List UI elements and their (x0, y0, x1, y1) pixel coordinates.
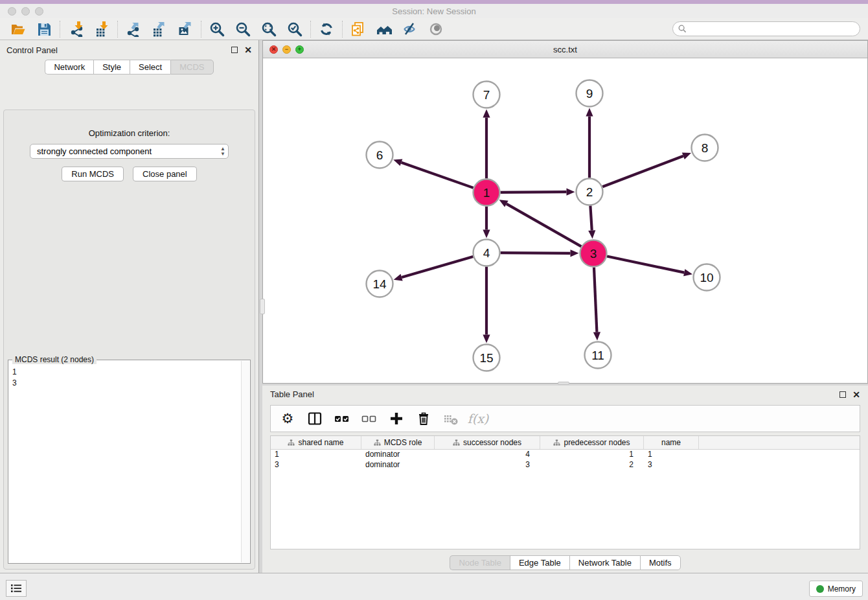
import-network-button[interactable] (63, 19, 89, 39)
column-header-MCDS-role[interactable]: MCDS role (361, 436, 435, 449)
toolbar-separator (342, 21, 343, 38)
memory-button[interactable]: Memory (809, 581, 863, 597)
zoom-fit-button[interactable] (256, 19, 282, 39)
tab-network-table[interactable]: Network Table (569, 555, 640, 570)
apply-layout-button[interactable] (314, 19, 339, 39)
select-all-button[interactable] (330, 408, 354, 430)
tab-mcds[interactable]: MCDS (170, 60, 213, 75)
cell-predecessor-nodes: 2 (540, 460, 644, 470)
column-header-shared-name[interactable]: shared name (271, 436, 361, 449)
control-panel-tabs: NetworkStyleSelectMCDS (0, 60, 258, 75)
arrowhead-2-3 (588, 230, 595, 238)
search-icon (678, 25, 687, 33)
edge-2-8[interactable] (602, 156, 683, 187)
mcds-result-item: 3 (12, 378, 241, 389)
table-delete-icon (443, 411, 459, 426)
edge-1-2[interactable] (500, 192, 566, 192)
network-zoom-button[interactable]: + (295, 45, 304, 54)
cell-successor-nodes: 4 (435, 450, 540, 460)
edge-3-11[interactable] (594, 267, 597, 332)
memory-status-icon (816, 585, 824, 593)
result-scrollbar[interactable] (241, 361, 249, 562)
zoom-selected-icon (287, 21, 303, 37)
float-table-panel-icon[interactable] (839, 391, 846, 398)
node-label-11: 11 (591, 349, 604, 362)
attribute-type-icon (553, 439, 560, 446)
save-icon (36, 21, 52, 37)
column-header-name[interactable]: name (644, 436, 699, 449)
network-close-button[interactable]: ✕ (269, 45, 278, 54)
optimization-criterion-select[interactable]: strongly connected component ▲▼ (30, 144, 229, 159)
table-settings-button[interactable]: ⚙ (276, 408, 299, 430)
function-builder-button: f(x) (466, 408, 490, 430)
status-bar: Memory (0, 573, 868, 600)
network-canvas[interactable]: 7968124314101511 (263, 58, 867, 383)
optimization-criterion-label: Optimization criterion: (4, 128, 255, 138)
table-row[interactable]: 1dominator411 (271, 450, 860, 460)
import-table-button[interactable] (89, 19, 115, 39)
panel-splitter-handle[interactable] (260, 299, 265, 314)
delete-table-button (439, 408, 463, 430)
open-file-button[interactable] (5, 19, 31, 39)
duplicate-network-button[interactable] (345, 19, 371, 39)
add-column-button[interactable] (385, 408, 408, 430)
network-window-titlebar: ✕ − + scc.txt (263, 41, 867, 58)
column-header-predecessor-nodes[interactable]: predecessor nodes (540, 436, 644, 449)
zoom-in-icon (209, 21, 225, 37)
table-row[interactable]: 3dominator323 (271, 460, 860, 470)
run-mcds-button[interactable]: Run MCDS (62, 167, 124, 181)
close-panel-button[interactable]: Close panel (133, 167, 197, 181)
zoom-out-button[interactable] (230, 19, 256, 39)
zoom-in-button[interactable] (204, 19, 230, 39)
plus-icon (389, 411, 404, 426)
node-label-1: 1 (483, 186, 490, 200)
network-title: scc.txt (263, 45, 867, 54)
homes-icon (376, 21, 392, 37)
export-image-button[interactable] (172, 19, 198, 39)
tab-edge-table[interactable]: Edge Table (510, 555, 569, 570)
edge-3-1[interactable] (507, 204, 581, 247)
deselect-all-button[interactable] (358, 408, 381, 430)
first-neighbors-button[interactable] (371, 19, 397, 39)
tab-network[interactable]: Network (45, 60, 93, 75)
table-panel-title: Table Panel (270, 389, 314, 399)
save-session-button[interactable] (31, 19, 57, 39)
float-panel-icon[interactable] (231, 47, 238, 53)
show-commands-button[interactable] (6, 580, 27, 597)
network-minimize-button[interactable]: − (282, 45, 291, 54)
eye-icon (428, 21, 444, 37)
edge-4-3[interactable] (500, 253, 570, 253)
toggle-panel-button[interactable] (303, 408, 326, 430)
arrowhead-4-15 (483, 335, 490, 343)
tab-style[interactable]: Style (93, 60, 130, 75)
close-panel-icon[interactable]: ✕ (244, 47, 252, 53)
node-label-6: 6 (376, 148, 383, 162)
search-input[interactable] (690, 25, 860, 34)
zoom-selected-button[interactable] (282, 19, 308, 39)
node-label-8: 8 (702, 141, 709, 155)
node-label-3: 3 (590, 247, 597, 260)
split-column-icon (307, 411, 323, 426)
tab-motifs[interactable]: Motifs (640, 555, 681, 570)
edge-3-10[interactable] (607, 256, 684, 272)
arrowhead-2-9 (586, 108, 593, 117)
edge-1-6[interactable] (401, 163, 473, 188)
edge-2-3[interactable] (590, 205, 591, 230)
export-table-button[interactable] (146, 19, 172, 39)
search-field[interactable] (672, 21, 860, 36)
window-resize-handle[interactable] (558, 382, 569, 385)
hide-selected-button[interactable] (397, 19, 423, 39)
column-header-successor-nodes[interactable]: successor nodes (435, 436, 540, 449)
export-network-button[interactable] (120, 19, 146, 39)
close-table-panel-icon[interactable]: ✕ (852, 391, 860, 398)
arrowhead-2-8 (682, 152, 691, 159)
show-all-button[interactable] (423, 19, 449, 39)
delete-column-button[interactable] (412, 408, 435, 430)
cell-successor-nodes: 3 (435, 460, 540, 470)
node-table[interactable]: shared nameMCDS rolesuccessor nodesprede… (270, 435, 860, 549)
attribute-type-icon (453, 439, 460, 446)
edge-4-14[interactable] (402, 257, 473, 277)
tab-node-table[interactable]: Node Table (450, 555, 510, 570)
tab-select[interactable]: Select (130, 60, 170, 75)
cell-shared-name: 1 (271, 450, 361, 460)
